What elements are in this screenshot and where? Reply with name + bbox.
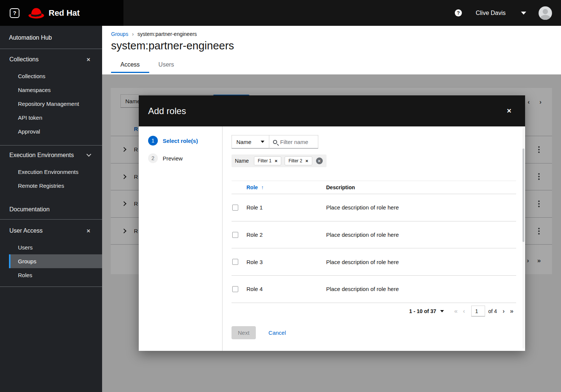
sort-ascending-icon[interactable]: ↑	[261, 184, 264, 190]
table-row: Role 4 Place description of role here	[232, 276, 516, 303]
table-row: Role 3 Place description of role here	[232, 248, 516, 276]
modal-header: Add roles ✕	[139, 95, 525, 126]
wizard-step-preview[interactable]: 2 Preview	[148, 153, 222, 163]
user-menu-caret-icon[interactable]	[521, 12, 526, 15]
row-checkbox[interactable]	[232, 286, 238, 292]
sidebar-item-collections[interactable]: Collections	[9, 69, 102, 83]
sidebar-section-header-collections[interactable]: Collections ✕	[0, 53, 102, 66]
tab-users[interactable]: Users	[149, 59, 184, 73]
section-label: Execution Environments	[9, 152, 74, 159]
sidebar-item-approval[interactable]: Approval	[9, 125, 102, 138]
section-close-icon[interactable]: ✕	[86, 228, 91, 234]
roles-table: Role ↑ Description Role 1 Place descript…	[232, 181, 516, 303]
modal-body: 1 Select role(s) 2 Preview Name Nam	[139, 126, 525, 351]
sidebar-item-groups[interactable]: Groups	[9, 254, 102, 268]
sidebar-items-user-access: Users Groups Roles	[9, 238, 102, 282]
page-header: Groups › system:partner-engineers system…	[102, 26, 561, 74]
tab-access[interactable]: Access	[111, 59, 149, 73]
first-page-icon[interactable]: «	[451, 307, 460, 315]
page-title: system:partner-engineers	[111, 40, 561, 52]
cancel-button[interactable]: Cancel	[269, 330, 286, 336]
sidebar-item-roles[interactable]: Roles	[9, 268, 102, 282]
search-box	[269, 135, 318, 148]
row-checkbox[interactable]	[232, 205, 238, 211]
table-row: Role 1 Place description of role here	[232, 194, 516, 221]
user-menu-name[interactable]: Clive Davis	[476, 10, 506, 16]
applied-filters-chip-group: Name Filter 1 ✕ Filter 2 ✕ ✕	[232, 154, 327, 167]
sidebar-item-execution-environments[interactable]: Execution Environments	[9, 165, 102, 179]
section-label: User Access	[9, 227, 43, 234]
chip-category-label: Name	[235, 158, 249, 164]
sidebar-item-api-token[interactable]: API token	[9, 111, 102, 125]
role-column-header[interactable]: Role ↑	[246, 184, 326, 190]
sidebar-divider	[0, 287, 102, 287]
clear-all-filters-icon[interactable]: ✕	[316, 157, 323, 164]
sidebar-section-user-access: User Access ✕ Users Groups Roles	[0, 220, 102, 287]
next-page-icon[interactable]: ›	[500, 307, 508, 315]
sidebar-section-collections: Collections ✕ Collections Namespaces Rep…	[0, 49, 102, 145]
brand-text: Red Hat	[49, 8, 80, 18]
sidebar-section-header-user-access[interactable]: User Access ✕	[0, 224, 102, 238]
last-page-icon[interactable]: »	[508, 307, 516, 315]
sidebar-section-execution-environments: Execution Environments Execution Environ…	[0, 146, 102, 193]
wizard-nav: 1 Select role(s) 2 Preview	[139, 126, 223, 351]
redhat-hat-icon	[27, 7, 45, 19]
scrollbar-thumb[interactable]	[522, 148, 524, 242]
current-page-input[interactable]	[471, 306, 485, 316]
table-row: Role 2 Place description of role here	[232, 221, 516, 249]
chevron-down-icon	[261, 141, 264, 143]
table-header-row: Role ↑ Description	[232, 181, 516, 194]
filter-toolbar: Name	[232, 135, 516, 148]
pagination: 1 - 10 of 37 « ‹ of 4 › »	[232, 303, 516, 319]
redhat-logo: Red Hat	[27, 7, 80, 19]
filter-field-select[interactable]: Name	[232, 135, 269, 148]
help-icon[interactable]: ?	[455, 9, 462, 16]
row-checkbox[interactable]	[232, 232, 238, 238]
step-label: Select role(s)	[163, 138, 198, 144]
filter-chip: Filter 1 ✕	[254, 156, 281, 165]
chevron-down-icon[interactable]	[86, 152, 91, 157]
avatar-head-shape	[543, 9, 548, 14]
pagination-total-pages: of 4	[488, 308, 497, 314]
sidebar-item-documentation[interactable]: Documentation	[0, 203, 102, 216]
sidebar-item-users[interactable]: Users	[9, 241, 102, 254]
avatar-body-shape	[540, 15, 550, 20]
step-number: 1	[148, 136, 158, 146]
remove-chip-icon[interactable]: ✕	[305, 159, 308, 163]
wizard-step-select-roles[interactable]: 1 Select role(s)	[148, 136, 222, 146]
sidebar-section-header-execution-environments[interactable]: Execution Environments	[0, 148, 102, 162]
breadcrumb-link-groups[interactable]: Groups	[111, 31, 128, 37]
about-icon[interactable]: ?	[10, 8, 19, 18]
prev-page-icon[interactable]: ‹	[460, 307, 468, 315]
close-icon[interactable]: ✕	[507, 108, 512, 114]
sidebar: Automation Hub Collections ✕ Collections…	[0, 26, 102, 392]
search-input[interactable]	[280, 139, 315, 145]
section-close-icon[interactable]: ✕	[86, 57, 91, 62]
description-column-header: Description	[326, 184, 516, 190]
masthead-brand: ? Red Hat	[0, 0, 123, 26]
masthead-tools: ? Clive Davis	[455, 6, 561, 20]
modal-scrollbar[interactable]	[522, 128, 524, 349]
pagination-nav: « ‹ of 4 › »	[451, 306, 516, 316]
sidebar-title: Automation Hub	[0, 26, 102, 49]
sidebar-item-namespaces[interactable]: Namespaces	[9, 83, 102, 97]
remove-chip-icon[interactable]: ✕	[275, 159, 278, 163]
sidebar-items-collections: Collections Namespaces Repository Manage…	[9, 66, 102, 138]
pagination-range: 1 - 10 of 37	[409, 308, 436, 314]
row-checkbox[interactable]	[232, 259, 238, 265]
sidebar-item-remote-registries[interactable]: Remote Registries	[9, 179, 102, 193]
modal-title: Add roles	[148, 106, 186, 116]
step-number: 2	[148, 153, 158, 163]
section-label: Documentation	[9, 206, 50, 213]
sidebar-section-documentation: Documentation	[0, 203, 102, 219]
breadcrumb-separator-icon: ›	[132, 31, 134, 37]
next-button[interactable]: Next	[232, 326, 256, 339]
pagination-menu-caret-icon[interactable]	[440, 310, 444, 312]
section-label: Collections	[9, 56, 39, 63]
masthead: ? Red Hat ? Clive Davis	[0, 0, 561, 26]
add-roles-modal: Add roles ✕ 1 Select role(s) 2 Preview N…	[139, 95, 525, 351]
tabs: Access Users	[111, 59, 561, 73]
avatar[interactable]	[539, 6, 552, 20]
sidebar-item-repository-management[interactable]: Repository Management	[9, 97, 102, 111]
breadcrumb: Groups › system:partner-engineers	[111, 26, 561, 37]
